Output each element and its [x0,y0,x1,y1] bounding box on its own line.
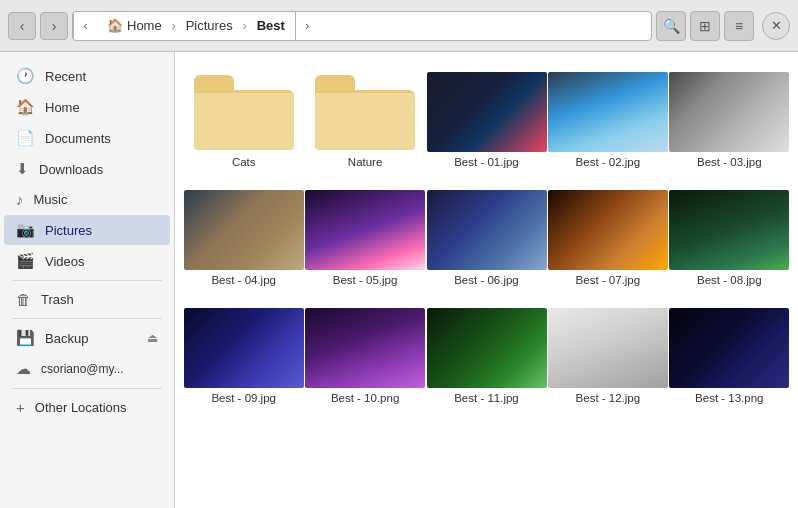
backup-icon: 💾 [16,329,35,347]
forward-button[interactable]: › [40,12,68,40]
view-toggle-button[interactable]: ⊞ [690,11,720,41]
sidebar-label-trash: Trash [41,292,74,307]
photo-thumb-07 [548,190,668,270]
file-item-photo04[interactable]: Best - 04.jpg [187,182,300,292]
folder-icon-nature [315,75,415,150]
file-item-photo08[interactable]: Best - 08.jpg [673,182,786,292]
sidebar-label-videos: Videos [45,254,85,269]
sidebar-label-backup: Backup [45,331,88,346]
file-label-photo10: Best - 10.png [305,392,425,404]
sidebar-label-account: csoriano@my... [41,362,124,376]
file-label-photo02: Best - 02.jpg [548,156,668,168]
file-item-photo07[interactable]: Best - 07.jpg [551,182,664,292]
sidebar-label-recent: Recent [45,69,86,84]
photo-thumb-08 [669,190,789,270]
file-item-photo13[interactable]: Best - 13.png [673,300,786,410]
sidebar-label-home: Home [45,100,80,115]
file-label-photo12: Best - 12.jpg [548,392,668,404]
file-grid: Cats Nature Best - 01.jpg [187,64,786,410]
trash-icon: 🗑 [16,291,31,308]
videos-icon: 🎬 [16,252,35,270]
file-label-photo04: Best - 04.jpg [184,274,304,286]
main-container: 🕐 Recent 🏠 Home 📄 Documents ⬇ Downloads … [0,52,798,508]
file-label-photo01: Best - 01.jpg [427,156,547,168]
sidebar-item-music[interactable]: ♪ Music [4,185,170,214]
photo-thumb-09 [184,308,304,388]
file-item-photo12[interactable]: Best - 12.jpg [551,300,664,410]
breadcrumb-pictures[interactable]: Pictures [176,12,243,40]
breadcrumb-up-button[interactable]: ‹ [73,11,97,41]
file-label-photo13: Best - 13.png [669,392,789,404]
breadcrumb-end-arrow[interactable]: › [295,11,319,41]
photo-thumb-10 [305,308,425,388]
sidebar-label-other: Other Locations [35,400,127,415]
photo-thumb-11 [427,308,547,388]
sidebar-item-backup[interactable]: 💾 Backup ⏏ [4,323,170,353]
file-item-photo11[interactable]: Best - 11.jpg [430,300,543,410]
home-icon: 🏠 [16,98,35,116]
file-item-photo03[interactable]: Best - 03.jpg [673,64,786,174]
photo-thumb-02 [548,72,668,152]
sidebar-divider-3 [12,388,162,389]
sidebar: 🕐 Recent 🏠 Home 📄 Documents ⬇ Downloads … [0,52,175,508]
file-item-photo09[interactable]: Best - 09.jpg [187,300,300,410]
other-locations-icon: + [16,399,25,416]
eject-icon[interactable]: ⏏ [147,331,158,345]
sidebar-item-pictures[interactable]: 📷 Pictures [4,215,170,245]
search-button[interactable]: 🔍 [656,11,686,41]
sidebar-divider-1 [12,280,162,281]
breadcrumb-best[interactable]: Best [247,12,295,40]
sidebar-item-recent[interactable]: 🕐 Recent [4,61,170,91]
photo-thumb-03 [669,72,789,152]
breadcrumb: ‹ 🏠Home › Pictures › Best › [72,11,652,41]
file-item-photo02[interactable]: Best - 02.jpg [551,64,664,174]
photo-thumb-05 [305,190,425,270]
documents-icon: 📄 [16,129,35,147]
back-button[interactable]: ‹ [8,12,36,40]
pictures-icon: 📷 [16,221,35,239]
titlebar-actions: 🔍 ⊞ ≡ ✕ [656,11,790,41]
file-item-nature[interactable]: Nature [308,64,421,174]
file-item-photo10[interactable]: Best - 10.png [308,300,421,410]
menu-button[interactable]: ≡ [724,11,754,41]
file-label-nature: Nature [305,156,425,168]
sidebar-item-home[interactable]: 🏠 Home [4,92,170,122]
cloud-icon: ☁ [16,360,31,378]
downloads-icon: ⬇ [16,160,29,178]
file-label-photo05: Best - 05.jpg [305,274,425,286]
file-item-photo01[interactable]: Best - 01.jpg [430,64,543,174]
sidebar-item-trash[interactable]: 🗑 Trash [4,285,170,314]
breadcrumb-home[interactable]: 🏠Home [97,12,172,40]
folder-icon-cats [194,75,294,150]
folder-thumb-cats [184,72,304,152]
file-label-photo03: Best - 03.jpg [669,156,789,168]
photo-thumb-04 [184,190,304,270]
sidebar-item-videos[interactable]: 🎬 Videos [4,246,170,276]
file-label-photo08: Best - 08.jpg [669,274,789,286]
file-item-photo06[interactable]: Best - 06.jpg [430,182,543,292]
sidebar-label-music: Music [34,192,68,207]
file-label-cats: Cats [184,156,304,168]
sidebar-divider-2 [12,318,162,319]
file-label-photo07: Best - 07.jpg [548,274,668,286]
recent-icon: 🕐 [16,67,35,85]
sidebar-item-other-locations[interactable]: + Other Locations [4,393,170,422]
sidebar-item-account[interactable]: ☁ csoriano@my... [4,354,170,384]
photo-thumb-13 [669,308,789,388]
file-label-photo06: Best - 06.jpg [427,274,547,286]
music-icon: ♪ [16,191,24,208]
close-button[interactable]: ✕ [762,12,790,40]
photo-thumb-12 [548,308,668,388]
photo-thumb-01 [427,72,547,152]
file-label-photo09: Best - 09.jpg [184,392,304,404]
sidebar-label-pictures: Pictures [45,223,92,238]
sidebar-item-downloads[interactable]: ⬇ Downloads [4,154,170,184]
file-area: Cats Nature Best - 01.jpg [175,52,798,508]
file-item-cats[interactable]: Cats [187,64,300,174]
file-label-photo11: Best - 11.jpg [427,392,547,404]
sidebar-label-downloads: Downloads [39,162,103,177]
photo-thumb-06 [427,190,547,270]
folder-thumb-nature [305,72,425,152]
file-item-photo05[interactable]: Best - 05.jpg [308,182,421,292]
sidebar-item-documents[interactable]: 📄 Documents [4,123,170,153]
